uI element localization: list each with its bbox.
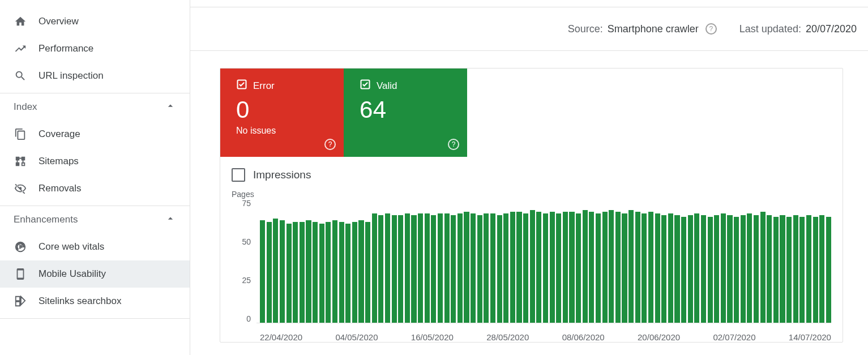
help-icon[interactable]: ? (448, 139, 459, 150)
bar[interactable] (280, 220, 285, 323)
bar[interactable] (576, 213, 581, 323)
bar[interactable] (556, 213, 561, 323)
bar[interactable] (273, 219, 278, 323)
bar[interactable] (655, 213, 660, 323)
bar[interactable] (628, 210, 634, 323)
bar[interactable] (741, 215, 746, 323)
help-icon[interactable]: ? (705, 23, 717, 35)
sidebar-item-url-inspection[interactable]: URL inspection (0, 62, 190, 89)
bar[interactable] (405, 213, 410, 323)
bar[interactable] (826, 217, 831, 323)
bar[interactable] (583, 210, 588, 323)
bar[interactable] (806, 215, 811, 323)
bar[interactable] (484, 213, 489, 323)
bar[interactable] (813, 217, 818, 323)
bar[interactable] (563, 212, 568, 323)
bar[interactable] (411, 215, 416, 323)
bar[interactable] (365, 222, 370, 323)
bar[interactable] (431, 215, 436, 323)
bar[interactable] (543, 213, 548, 323)
bar[interactable] (773, 217, 779, 323)
bar[interactable] (358, 220, 364, 323)
bar[interactable] (471, 213, 476, 323)
bar[interactable] (708, 217, 713, 323)
bar[interactable] (648, 212, 653, 323)
bar[interactable] (596, 213, 601, 323)
stat-valid[interactable]: Valid 64 ? (344, 69, 467, 157)
bar[interactable] (293, 222, 298, 323)
bar[interactable] (609, 210, 614, 323)
bar[interactable] (622, 213, 627, 323)
bar[interactable] (438, 213, 443, 323)
bar[interactable] (681, 217, 686, 323)
bar[interactable] (444, 213, 450, 323)
bar[interactable] (464, 212, 469, 323)
bar[interactable] (589, 212, 594, 323)
bar[interactable] (780, 215, 785, 323)
bar[interactable] (754, 215, 759, 323)
bar[interactable] (536, 212, 541, 323)
bar[interactable] (523, 213, 528, 323)
bar[interactable] (530, 210, 535, 323)
bar[interactable] (714, 215, 719, 323)
bar[interactable] (378, 215, 383, 323)
bar[interactable] (319, 224, 324, 323)
bar[interactable] (418, 213, 423, 323)
bar[interactable] (550, 212, 555, 323)
sidebar-item-core-web-vitals[interactable]: Core web vitals (0, 233, 190, 260)
bar[interactable] (721, 213, 726, 323)
checkbox-unchecked-icon[interactable] (232, 168, 245, 182)
bar[interactable] (398, 215, 403, 323)
bar[interactable] (260, 220, 265, 323)
sidebar-item-performance[interactable]: Performance (0, 35, 190, 62)
help-icon[interactable]: ? (324, 139, 336, 150)
bar[interactable] (701, 215, 706, 323)
bar[interactable] (793, 215, 798, 323)
bar[interactable] (569, 212, 574, 323)
bar[interactable] (372, 213, 377, 323)
bar[interactable] (674, 215, 679, 323)
bar[interactable] (819, 215, 824, 323)
sidebar-item-sitelinks-searchbox[interactable]: Sitelinks searchbox (0, 288, 190, 315)
bar[interactable] (668, 213, 673, 323)
bar[interactable] (339, 222, 344, 323)
bar[interactable] (287, 224, 292, 323)
sidebar-item-sitemaps[interactable]: Sitemaps (0, 148, 190, 175)
bar[interactable] (352, 222, 357, 323)
bar[interactable] (510, 212, 515, 323)
bar[interactable] (457, 213, 463, 323)
bar[interactable] (503, 213, 508, 323)
bar[interactable] (661, 215, 666, 323)
bar[interactable] (497, 215, 502, 323)
bar[interactable] (267, 222, 272, 323)
bar[interactable] (760, 212, 766, 323)
bar[interactable] (332, 220, 337, 323)
sidebar-item-removals[interactable]: Removals (0, 175, 190, 202)
sidebar-section-enhancements[interactable]: Enhancements (0, 206, 190, 233)
bar[interactable] (300, 222, 305, 323)
bar[interactable] (516, 212, 521, 323)
bar[interactable] (392, 215, 397, 323)
bar[interactable] (385, 213, 390, 323)
stat-error[interactable]: Error 0 No issues ? (220, 69, 344, 157)
bar[interactable] (425, 213, 430, 323)
bar[interactable] (306, 220, 311, 323)
sidebar-item-coverage[interactable]: Coverage (0, 121, 190, 148)
bar[interactable] (694, 213, 699, 323)
bar[interactable] (635, 212, 640, 323)
bar[interactable] (451, 215, 456, 323)
bar[interactable] (727, 215, 732, 323)
impressions-toggle[interactable]: Impressions (220, 157, 843, 190)
bar[interactable] (786, 217, 792, 323)
bar[interactable] (688, 215, 693, 323)
bar[interactable] (642, 213, 647, 323)
bar[interactable] (313, 222, 318, 323)
bar[interactable] (326, 222, 331, 323)
bar[interactable] (490, 213, 495, 323)
bar[interactable] (767, 215, 772, 323)
bar[interactable] (799, 217, 805, 323)
sidebar-item-overview[interactable]: Overview (0, 8, 190, 35)
sidebar-section-index[interactable]: Index (0, 93, 190, 121)
bar[interactable] (602, 212, 608, 323)
bar[interactable] (734, 217, 739, 323)
